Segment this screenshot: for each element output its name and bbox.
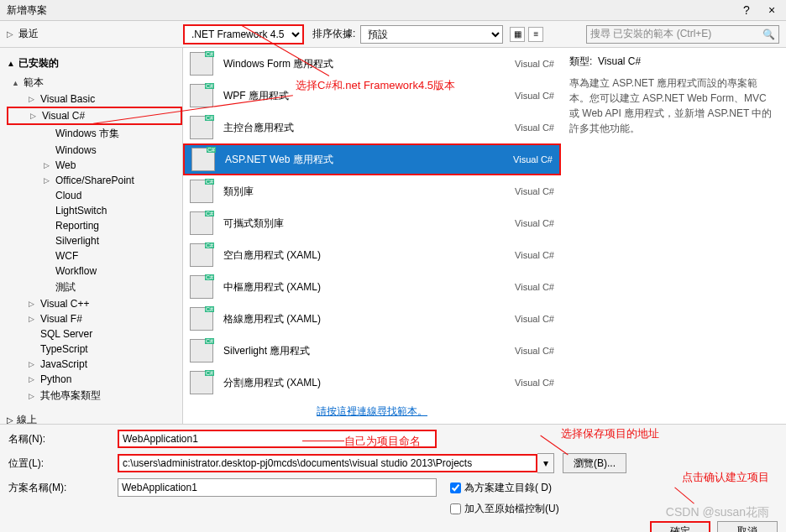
template-item[interactable]: 可攜式類別庫Visual C# [183,207,561,239]
tree-item[interactable]: ▷Web [7,158,182,173]
template-icon [190,275,213,299]
search-input[interactable]: 搜尋 已安裝的範本 (Ctrl+E) 🔍 [586,25,779,44]
template-item[interactable]: ASP.NET Web 應用程式Visual C# [183,143,561,175]
template-icon [190,116,213,139]
template-item[interactable]: Windows Form 應用程式Visual C# [183,48,561,80]
tree-item[interactable]: Cloud [7,188,182,203]
ok-button[interactable]: 確定 [650,521,710,532]
help-button[interactable]: ? [739,3,754,17]
tree-item[interactable]: Workflow [7,263,182,279]
template-item[interactable]: 中樞應用程式 (XAML)Visual C# [183,271,561,303]
solution-field[interactable] [118,478,437,497]
tree-item[interactable]: TypeScript [7,342,182,357]
template-item[interactable]: Silverlight 應用程式Visual C# [183,335,561,367]
template-icon [190,211,213,235]
tree-item[interactable]: ▷其他專案類型 [7,387,182,404]
search-icon: 🔍 [762,29,775,40]
tree-item[interactable]: 測試 [7,279,182,296]
toolbar: ▷ 最近 .NET Framework 4.5 排序依據: 預設 ▦ ≡ 搜尋 … [0,21,786,48]
template-icon [190,243,213,267]
location-label: 位置(L): [8,456,118,471]
framework-dropdown[interactable]: .NET Framework 4.5 [183,24,304,44]
tree-item[interactable]: LightSwitch [7,203,182,218]
titlebar: 新增專案 ? × [0,0,786,21]
source-control-checkbox[interactable] [450,503,461,514]
tree-item[interactable]: Silverlight [7,233,182,248]
installed-header[interactable]: 已安裝的 [18,56,59,70]
sort-dropdown[interactable]: 預設 [360,25,503,44]
template-icon [191,148,215,171]
tree-item[interactable]: ▷Office/SharePoint [7,173,182,188]
tree-item[interactable]: WCF [7,248,182,263]
template-icon [190,180,213,203]
template-item[interactable]: 格線應用程式 (XAML)Visual C# [183,303,561,335]
tree-item[interactable]: ▷JavaScript [7,357,182,372]
templates-header[interactable]: 範本 [24,76,44,90]
template-icon [190,84,213,107]
template-icon [190,52,213,76]
template-icon [190,307,213,331]
close-button[interactable]: × [764,3,779,17]
tree-item[interactable]: ▷Visual F# [7,311,182,326]
online-header[interactable]: 線上 [17,413,37,424]
tree-item[interactable]: Windows [7,143,182,158]
recent-label[interactable]: 最近 [18,27,39,41]
tree-item[interactable]: Reporting [7,218,182,233]
template-item[interactable]: 空白應用程式 (XAML)Visual C# [183,239,561,271]
tree-item[interactable]: ▷Python [7,372,182,387]
cancel-button[interactable]: 取消 [717,521,778,532]
template-list: Windows Form 應用程式Visual C#WPF 應用程式Visual… [183,48,561,399]
description-panel: 類型: Visual C# 專為建立 ASP.NET 應用程式而設的專案範本。您… [561,48,786,424]
create-dir-checkbox[interactable] [450,482,461,493]
window-title: 新增專案 [7,3,739,18]
go-online-link[interactable]: 請按這裡連線尋找範本。 [183,399,561,424]
bottom-form: 名稱(N): 位置(L): ▾ 瀏覽(B)... 方案名稱(M): 為方案建立目… [0,424,786,532]
tree-item[interactable]: Windows 市集 [7,125,182,143]
view-large-icon[interactable]: ▦ [510,27,525,42]
name-field[interactable] [118,430,437,448]
expand-icon[interactable]: ▷ [7,29,13,39]
template-item[interactable]: 分割應用程式 (XAML)Visual C# [183,367,561,399]
tree-item[interactable]: ▷Visual Basic [7,91,182,107]
name-label: 名稱(N): [8,432,118,446]
template-item[interactable]: 主控台應用程式Visual C# [183,112,561,143]
template-icon [190,371,213,394]
sort-label: 排序依據: [312,27,355,41]
browse-button[interactable]: 瀏覽(B)... [563,453,626,473]
category-tree: ▲已安裝的 ▲範本 ▷Visual Basic▷Visual C#Windows… [0,48,183,424]
location-dropdown-icon[interactable]: ▾ [537,453,554,473]
location-field[interactable] [118,454,537,472]
template-item[interactable]: 類別庫Visual C# [183,175,561,207]
tree-item[interactable]: SQL Server [7,326,182,342]
tree-item[interactable]: ▷Visual C++ [7,296,182,311]
tree-item[interactable]: ▷Visual C# [7,107,182,125]
solution-label: 方案名稱(M): [8,481,118,495]
template-icon [190,339,213,362]
template-item[interactable]: WPF 應用程式Visual C# [183,80,561,112]
view-list-icon[interactable]: ≡ [528,27,543,42]
